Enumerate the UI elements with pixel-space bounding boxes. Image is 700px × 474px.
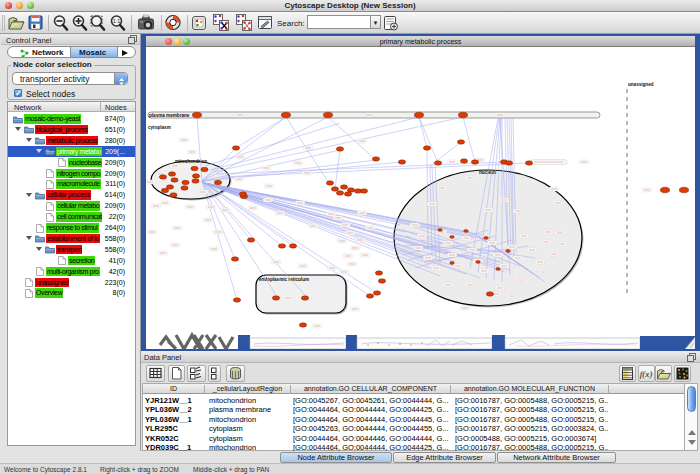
svg-text:endoplasmic reticulum: endoplasmic reticulum <box>259 277 309 282</box>
svg-text:1:1: 1:1 <box>113 18 121 24</box>
svg-text:plasma membrane: plasma membrane <box>149 113 190 118</box>
svg-text:mitochondrion: mitochondrion <box>175 159 207 164</box>
svg-text:cytoplasm: cytoplasm <box>148 125 171 130</box>
svg-text:f(x): f(x) <box>640 369 653 379</box>
svg-text:unassigned: unassigned <box>628 82 654 87</box>
